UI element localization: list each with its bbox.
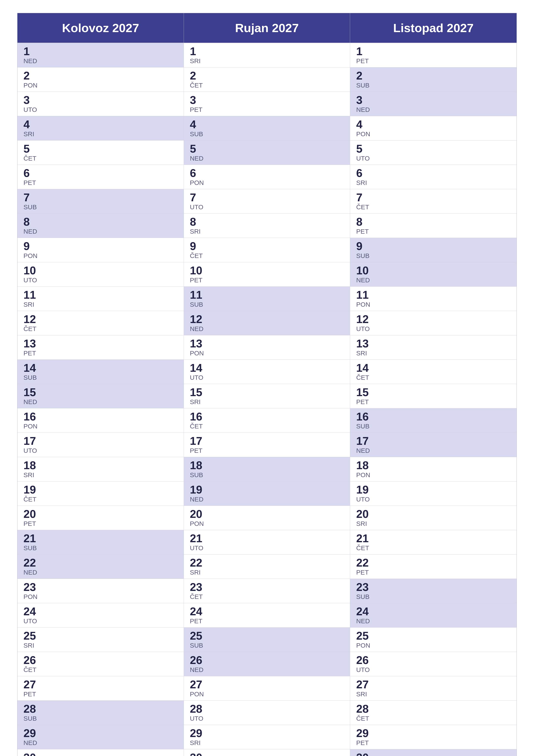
day-number: 13 <box>23 338 178 349</box>
day-cell-listopad: 15PET <box>350 384 517 408</box>
day-name: SUB <box>356 422 511 430</box>
day-row: 11SRI11SUB11PON <box>17 286 517 311</box>
day-cell-rujan: 5NED <box>184 141 350 165</box>
day-number: 15 <box>190 387 344 398</box>
day-row: 22NED22SRI22PET <box>17 554 517 579</box>
day-cell-rujan: 7UTO <box>184 189 350 213</box>
day-cell-listopad: 1PET <box>350 43 517 67</box>
day-number: 23 <box>190 581 344 593</box>
calendar-grid: Kolovoz 2027 Rujan 2027 Listopad 2027 <box>17 13 517 43</box>
day-name: SUB <box>190 301 344 308</box>
day-name: UTO <box>356 155 511 162</box>
day-name: ČET <box>356 715 511 722</box>
day-row: 30PON30ČET30SUB <box>17 749 517 756</box>
day-row: 29NED29SRI29PET <box>17 725 517 749</box>
day-cell-rujan: 15SRI <box>184 384 350 408</box>
day-number: 11 <box>23 289 178 300</box>
day-name: PET <box>356 398 511 406</box>
day-row: 27PET27PON27SRI <box>17 676 517 700</box>
day-cell-rujan: 10PET <box>184 262 350 286</box>
day-number: 4 <box>23 119 178 130</box>
day-number: 11 <box>356 289 511 300</box>
day-row: 20PET20PON20SRI <box>17 505 517 530</box>
day-cell-listopad: 7ČET <box>350 189 517 213</box>
day-name: PET <box>190 617 344 625</box>
day-row: 6PET6PON6SRI <box>17 165 517 189</box>
day-number: 14 <box>23 362 178 373</box>
day-cell-listopad: 20SRI <box>350 506 517 530</box>
day-number: 3 <box>23 94 178 106</box>
day-number: 5 <box>356 143 511 154</box>
day-name: NED <box>190 325 344 333</box>
day-number: 3 <box>356 94 511 106</box>
day-number: 15 <box>23 387 178 398</box>
day-number: 12 <box>356 313 511 325</box>
day-number: 3 <box>190 94 344 106</box>
day-cell-kolovoz: 10UTO <box>17 262 184 286</box>
day-cell-kolovoz: 7SUB <box>17 189 184 213</box>
day-number: 2 <box>190 70 344 81</box>
day-number: 19 <box>190 484 344 495</box>
day-number: 30 <box>190 752 344 756</box>
day-number: 11 <box>190 289 344 300</box>
day-cell-kolovoz: 20PET <box>17 506 184 530</box>
day-number: 17 <box>23 435 178 446</box>
day-cell-kolovoz: 25SRI <box>17 628 184 652</box>
day-row: 25SRI25SUB25PON <box>17 627 517 652</box>
day-cell-rujan: 3PET <box>184 92 350 116</box>
day-name: NED <box>190 496 344 503</box>
day-name: NED <box>356 617 511 625</box>
day-cell-listopad: 11PON <box>350 286 517 311</box>
day-name: SUB <box>23 715 178 722</box>
day-row: 3UTO3PET3NED <box>17 92 517 116</box>
day-name: PET <box>356 57 511 65</box>
day-cell-rujan: 28UTO <box>184 701 350 725</box>
day-row: 26ČET26NED26UTO <box>17 652 517 676</box>
day-name: PON <box>356 471 511 479</box>
day-name: SUB <box>356 82 511 89</box>
day-cell-kolovoz: 12ČET <box>17 311 184 335</box>
day-row: 16PON16ČET16SUB <box>17 408 517 433</box>
day-name: PET <box>190 447 344 454</box>
day-cell-listopad: 5UTO <box>350 141 517 165</box>
day-number: 1 <box>356 46 511 57</box>
day-name: PON <box>23 593 178 600</box>
day-number: 26 <box>23 655 178 666</box>
day-row: 8NED8SRI8PET <box>17 213 517 238</box>
day-name: PON <box>190 350 344 357</box>
day-name: SRI <box>356 350 511 357</box>
day-number: 24 <box>356 606 511 617</box>
day-name: PON <box>23 422 178 430</box>
day-name: PET <box>190 277 344 284</box>
day-row: 4SRI4SUB4PON <box>17 116 517 140</box>
day-number: 30 <box>356 752 511 756</box>
day-name: SRI <box>356 179 511 186</box>
day-cell-kolovoz: 26ČET <box>17 652 184 676</box>
day-number: 10 <box>190 265 344 276</box>
day-cell-listopad: 4PON <box>350 116 517 140</box>
day-number: 4 <box>190 119 344 130</box>
day-cell-rujan: 17PET <box>184 433 350 457</box>
day-cell-rujan: 25SUB <box>184 628 350 652</box>
day-row: 15NED15SRI15PET <box>17 384 517 408</box>
day-number: 6 <box>23 168 178 179</box>
day-cell-kolovoz: 19ČET <box>17 481 184 505</box>
day-cell-rujan: 20PON <box>184 506 350 530</box>
day-number: 22 <box>23 557 178 568</box>
day-cell-rujan: 12NED <box>184 311 350 335</box>
day-number: 7 <box>190 192 344 203</box>
day-name: PET <box>356 228 511 235</box>
day-name: NED <box>23 228 178 235</box>
day-name: UTO <box>190 374 344 381</box>
day-cell-kolovoz: 22NED <box>17 554 184 579</box>
day-name: NED <box>23 57 178 65</box>
day-name: PET <box>23 520 178 527</box>
day-cell-listopad: 24NED <box>350 603 517 627</box>
day-name: SUB <box>23 203 178 211</box>
day-name: PON <box>23 82 178 89</box>
day-number: 18 <box>190 460 344 471</box>
day-cell-listopad: 3NED <box>350 92 517 116</box>
day-number: 14 <box>190 362 344 373</box>
day-number: 10 <box>356 265 511 276</box>
day-row: 21SUB21UTO21ČET <box>17 530 517 554</box>
